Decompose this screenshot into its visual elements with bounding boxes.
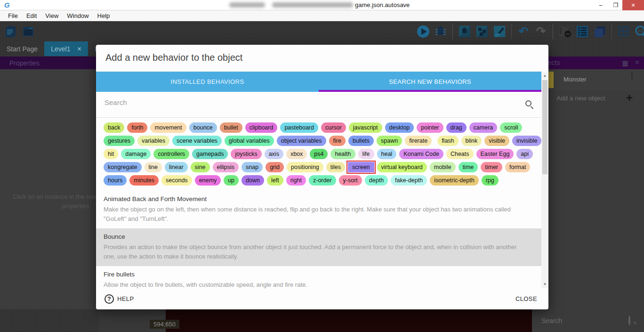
- tag-chip-mobile[interactable]: mobile: [430, 162, 456, 172]
- project-pages-icon[interactable]: [4, 24, 18, 39]
- filter-icon[interactable]: ▬▬▬: [621, 60, 629, 65]
- edit-scene-icon[interactable]: [492, 24, 507, 39]
- tag-chip-visible[interactable]: visible: [484, 136, 509, 146]
- tag-chip-damage[interactable]: damage: [121, 149, 151, 159]
- tag-chip-spawn[interactable]: spawn: [377, 136, 402, 146]
- behavior-search-input[interactable]: [105, 98, 509, 106]
- layers-icon[interactable]: [593, 24, 607, 39]
- tag-chip-positioning[interactable]: positioning: [287, 162, 323, 172]
- tag-chip-screen[interactable]: screen: [348, 162, 374, 172]
- tag-chip-ellipsis[interactable]: ellipsis: [213, 162, 239, 172]
- tag-chip-gestures[interactable]: gestures: [104, 136, 135, 146]
- tag-chip-down[interactable]: down: [242, 175, 264, 186]
- tag-chip-cursor[interactable]: cursor: [321, 122, 346, 133]
- objects-cubes-icon[interactable]: [475, 24, 489, 39]
- behavior-item[interactable]: Animated Back and Forth MovementMake the…: [96, 191, 541, 228]
- tag-chip-isometric-depth[interactable]: isometric-depth: [430, 175, 478, 186]
- menu-item-file[interactable]: File: [4, 12, 22, 19]
- tag-chip-life[interactable]: life: [358, 149, 374, 159]
- tag-chip-up[interactable]: up: [224, 175, 239, 186]
- undo-icon[interactable]: ↶: [516, 24, 531, 39]
- tag-chip-scene-variables[interactable]: scene variables: [172, 136, 222, 146]
- tag-chip-javascript[interactable]: javascript: [349, 122, 382, 133]
- tag-chip-rpg[interactable]: rpg: [482, 175, 499, 186]
- tag-chip-left[interactable]: left: [267, 175, 283, 186]
- tag-chip-forth[interactable]: forth: [127, 122, 147, 133]
- tag-chip-virtual-keyboard[interactable]: virtual keyboard: [377, 162, 427, 172]
- object-list-item[interactable]: Monster ⋮: [532, 69, 644, 90]
- tag-chip-easter-egg[interactable]: Easter Egg: [476, 149, 514, 159]
- zoom-1to1-icon[interactable]: 1:1: [634, 24, 644, 39]
- play-preview-icon[interactable]: [416, 24, 430, 39]
- instances-list-icon[interactable]: [575, 24, 589, 39]
- tag-chip-xbox[interactable]: xbox: [286, 149, 307, 159]
- help-button[interactable]: ? HELP: [105, 294, 134, 304]
- menu-item-view[interactable]: View: [41, 12, 63, 19]
- behavior-item[interactable]: Fire bulletsAllow the object to fire bul…: [96, 266, 541, 288]
- tab-start-page[interactable]: Start Page: [0, 41, 44, 56]
- tag-chip-api[interactable]: api: [516, 149, 533, 159]
- tag-chip-desktop[interactable]: desktop: [385, 122, 414, 133]
- tag-chip-enemy[interactable]: enemy: [195, 175, 221, 186]
- tag-chip-camera[interactable]: camera: [469, 122, 498, 133]
- film-remove-icon[interactable]: [558, 24, 572, 39]
- tag-chip-drag[interactable]: drag: [446, 122, 467, 133]
- object-menu-icon[interactable]: ⋮: [628, 73, 634, 77]
- tag-chip-invisible[interactable]: invisible: [512, 136, 541, 146]
- tag-chip-scroll[interactable]: scroll: [500, 122, 522, 133]
- tag-chip-firerate[interactable]: firerate: [405, 136, 432, 146]
- tag-chip-ps4[interactable]: ps4: [310, 149, 328, 159]
- dialog-scrollbar[interactable]: ▲ ▼: [541, 72, 548, 288]
- scene-canvas[interactable]: [166, 309, 532, 332]
- plus-icon[interactable]: +: [626, 91, 633, 105]
- tag-chip-clipboard[interactable]: clipboard: [245, 122, 278, 133]
- tag-chip-blink[interactable]: blink: [461, 136, 482, 146]
- minimize-button[interactable]: –: [594, 0, 607, 10]
- tag-chip-bullets[interactable]: bullets: [348, 136, 374, 146]
- tag-chip-gamepads[interactable]: gamepads: [192, 149, 228, 159]
- close-dialog-button[interactable]: CLOSE: [515, 295, 537, 302]
- tag-chip-fire[interactable]: fire: [329, 136, 346, 146]
- tag-chip-snap[interactable]: snap: [242, 162, 263, 172]
- tag-chip-health[interactable]: health: [330, 149, 355, 159]
- tag-chip-joysticks[interactable]: joysticks: [231, 149, 261, 159]
- tag-chip-format[interactable]: format: [505, 162, 530, 172]
- tag-chip-depth[interactable]: depth: [365, 175, 388, 186]
- menu-item-window[interactable]: Window: [63, 12, 93, 19]
- tag-chip-back[interactable]: back: [104, 122, 124, 133]
- tag-chip-timer[interactable]: timer: [481, 162, 502, 172]
- tag-chip-time[interactable]: time: [459, 162, 478, 172]
- tag-chip-y-sort[interactable]: y-sort: [339, 175, 362, 186]
- tag-chip-controllers[interactable]: controllers: [153, 149, 189, 159]
- tag-chip-cheats[interactable]: Cheats: [446, 149, 474, 159]
- scroll-down-icon[interactable]: ▼: [541, 282, 548, 286]
- tag-chip-pasteboard[interactable]: pasteboard: [280, 122, 318, 133]
- tag-chip-minutes[interactable]: minutes: [129, 175, 159, 186]
- tag-chip-bounce[interactable]: bounce: [189, 122, 217, 133]
- tag-chip-grid[interactable]: grid: [266, 162, 284, 172]
- tag-chip-object-variables[interactable]: object variables: [277, 136, 326, 146]
- tag-chip-right[interactable]: right: [286, 175, 306, 186]
- redo-icon[interactable]: ↷: [534, 24, 548, 39]
- add-new-object-row[interactable]: Add a new object +: [532, 90, 644, 107]
- tab-search-new-behaviors[interactable]: SEARCH NEW BEHAVIORS: [319, 72, 541, 92]
- menu-item-help[interactable]: Help: [93, 12, 114, 19]
- tag-chip-z-order[interactable]: z-order: [309, 175, 336, 186]
- tag-chip-variables[interactable]: variables: [137, 136, 169, 146]
- menu-item-edit[interactable]: Edit: [22, 12, 41, 19]
- scrollbar-thumb[interactable]: [542, 80, 547, 174]
- tag-chip-linear[interactable]: linear: [165, 162, 188, 172]
- tag-chip-konami-code[interactable]: Konami Code: [399, 149, 443, 159]
- objects-search[interactable]: Search: [532, 309, 644, 332]
- start-window-icon[interactable]: [21, 24, 35, 39]
- tab-close-icon[interactable]: ✕: [77, 46, 81, 52]
- tag-chip-line[interactable]: line: [145, 162, 162, 172]
- tag-chip-hours[interactable]: hours: [104, 175, 127, 186]
- tag-chip-sine[interactable]: sine: [191, 162, 210, 172]
- tag-chip-pointer[interactable]: pointer: [417, 122, 443, 133]
- tag-chip-hit[interactable]: hit: [104, 149, 118, 159]
- debug-bug-icon[interactable]: [434, 24, 448, 39]
- tag-chip-fake-depth[interactable]: fake-depth: [391, 175, 427, 186]
- behavior-item[interactable]: BounceProvides an action to make the obj…: [96, 228, 541, 266]
- tag-chip-movement[interactable]: movement: [150, 122, 186, 133]
